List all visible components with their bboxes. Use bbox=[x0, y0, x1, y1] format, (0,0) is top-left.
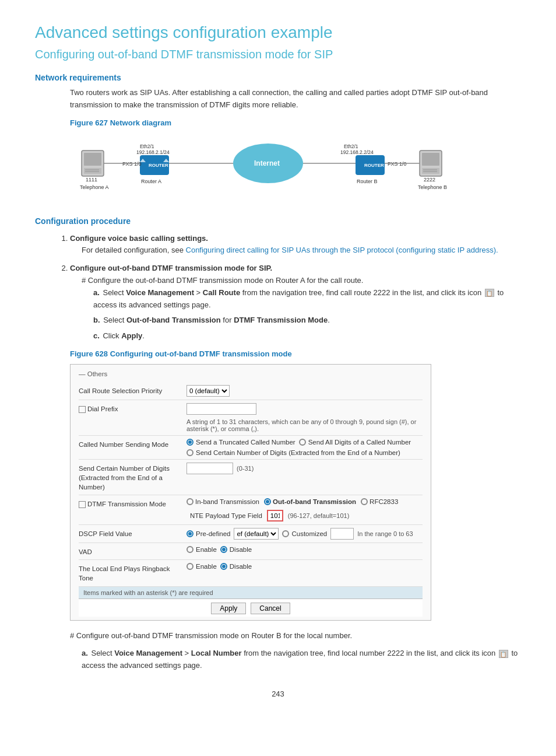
field-dtmf: In-band Transmission Out-of-band Transmi… bbox=[186, 498, 423, 522]
svg-text:Eth2/1: Eth2/1 bbox=[140, 144, 154, 149]
apply-button[interactable]: Apply bbox=[211, 603, 246, 614]
svg-rect-28 bbox=[422, 153, 439, 166]
svg-rect-1 bbox=[84, 153, 101, 166]
input-nte-payload[interactable] bbox=[267, 510, 283, 522]
cancel-button[interactable]: Cancel bbox=[251, 603, 290, 614]
checkbox-dtmf[interactable] bbox=[79, 501, 86, 508]
select-call-route-priority[interactable]: 0 (default) bbox=[186, 385, 230, 397]
svg-text:2222: 2222 bbox=[424, 177, 435, 183]
radio-dot-ringback-disable bbox=[220, 563, 227, 570]
radio-dot-vad-enable bbox=[186, 546, 193, 553]
form-row-dtmf: DTMF Transmission Mode In-band Transmiss… bbox=[79, 495, 423, 525]
label-dtmf: DTMF Transmission Mode bbox=[79, 498, 186, 509]
step-2-comment: # Configure the out-of-band DTMF transmi… bbox=[82, 275, 521, 287]
router-b-steps-list: a. Select Voice Management > Local Numbe… bbox=[82, 648, 521, 672]
svg-text:1111: 1111 bbox=[86, 177, 97, 183]
right-phone-icon: 2222 Telephone B bbox=[418, 150, 447, 190]
radio-send-all-digits[interactable]: Send All Digits of a Called Number bbox=[299, 439, 411, 446]
step-2-detail: # Configure the out-of-band DTMF transmi… bbox=[82, 275, 521, 342]
svg-text:FXS 1/0: FXS 1/0 bbox=[122, 161, 142, 167]
form-row-dial-prefix: Dial Prefix A string of 1 to 31 characte… bbox=[79, 400, 423, 436]
nte-label: NTE Payload Type Field bbox=[190, 512, 262, 519]
page-title: Advanced settings configuration example bbox=[35, 23, 521, 42]
radio-customized[interactable]: Customized bbox=[282, 530, 327, 537]
select-dscp-ef[interactable]: ef (default) bbox=[234, 528, 279, 540]
radio-predefined[interactable]: Pre-defined bbox=[186, 530, 230, 537]
icon-placeholder-b: 📋 bbox=[499, 650, 508, 658]
radio-outofband[interactable]: Out-of-band Transmission bbox=[264, 498, 356, 505]
settings-form: — Others Call Route Selection Priority 0… bbox=[70, 364, 431, 621]
step-2: Configure out-of-band DTMF transmission … bbox=[70, 262, 521, 342]
form-row-send-certain-digits: Send Certain Number of Digits (Extracted… bbox=[79, 460, 423, 495]
radio-vad-disable[interactable]: Disable bbox=[220, 546, 252, 553]
step-2c: c. Click Apply. bbox=[93, 330, 521, 342]
radio-send-truncated[interactable]: Send a Truncated Called Number bbox=[186, 439, 295, 446]
hint-send-certain-digits: (0-31) bbox=[237, 465, 254, 472]
form-box-title: — Others bbox=[79, 370, 423, 377]
network-requirements-body: Two routers work as SIP UAs. After estab… bbox=[70, 87, 521, 111]
svg-text:Internet: Internet bbox=[254, 159, 280, 167]
label-called-number-sending: Called Number Sending Mode bbox=[79, 439, 186, 449]
step-2b: b. Select Out-of-band Transmission for D… bbox=[93, 314, 521, 327]
radio-dot-outofband bbox=[264, 498, 271, 505]
label-vad: VAD bbox=[79, 546, 186, 556]
step-1-text: Configure voice basic calling settings. bbox=[70, 234, 208, 243]
field-dial-prefix: A string of 1 to 31 characters, which ca… bbox=[186, 403, 423, 432]
step-1: Configure voice basic calling settings. … bbox=[70, 233, 521, 257]
config-heading: Configuration procedure bbox=[35, 216, 521, 226]
left-phone-icon: 1111 Telephone A bbox=[80, 150, 109, 190]
label-dscp: DSCP Field Value bbox=[79, 528, 186, 538]
radio-dot-certain bbox=[186, 449, 193, 456]
radio-dot-rfc2833 bbox=[361, 498, 368, 505]
page-number: 243 bbox=[35, 690, 521, 698]
radio-rfc2833[interactable]: RFC2833 bbox=[361, 498, 398, 505]
step-2a: a. Select Voice Management > Call Route … bbox=[93, 287, 521, 312]
hint-dial-prefix: A string of 1 to 31 characters, which ca… bbox=[186, 418, 423, 432]
radio-ringback-enable[interactable]: Enable bbox=[186, 563, 217, 570]
svg-text:Telephone B: Telephone B bbox=[418, 184, 447, 190]
radio-dot-vad-disable bbox=[220, 546, 227, 553]
radio-send-certain[interactable]: Send Certain Number of Digits (Extracted… bbox=[186, 449, 400, 456]
form-row-vad: VAD Enable Disable bbox=[79, 543, 423, 560]
input-dscp-custom[interactable] bbox=[330, 528, 354, 540]
step-1-sub-text: For detailed configuration, see bbox=[82, 246, 184, 254]
input-send-certain-digits[interactable] bbox=[186, 463, 233, 474]
form-buttons-row: Apply Cancel bbox=[79, 598, 423, 617]
figure-628-title: Figure 628 Configuring out-of-band DTMF … bbox=[70, 349, 521, 358]
network-diagram: 1111 Telephone A ROUTER Router A FXS 1/0… bbox=[70, 133, 521, 205]
config-steps-list: Configure voice basic calling settings. … bbox=[70, 233, 521, 342]
field-call-route-priority[interactable]: 0 (default) bbox=[186, 385, 423, 397]
step-2-text: Configure out-of-band DTMF transmission … bbox=[70, 264, 272, 272]
step-1-sub: For detailed configuration, see Configur… bbox=[82, 244, 521, 257]
field-called-number-sending: Send a Truncated Called Number Send All … bbox=[186, 439, 423, 456]
field-ringback: Enable Disable bbox=[186, 563, 423, 570]
hint-dscp: In the range 0 to 63 bbox=[357, 530, 413, 537]
step-2-sub-list: a. Select Voice Management > Call Route … bbox=[93, 287, 521, 342]
label-dial-prefix: Dial Prefix bbox=[79, 403, 186, 414]
radio-dot-all bbox=[299, 439, 306, 446]
right-router-icon: ROUTER FXS 1/0 Router B Eth2/1 192.168.2… bbox=[340, 144, 407, 184]
svg-text:Router B: Router B bbox=[357, 178, 378, 184]
page-subtitle: Configuring out-of-band DTMF transmissio… bbox=[35, 48, 521, 61]
radio-vad-enable[interactable]: Enable bbox=[186, 546, 217, 553]
svg-text:192.168.2.2/24: 192.168.2.2/24 bbox=[340, 149, 374, 155]
router-b-comment: # Configure out-of-band DTMF transmissio… bbox=[70, 630, 521, 642]
radio-dot-customized bbox=[282, 530, 289, 537]
svg-rect-2 bbox=[84, 168, 101, 174]
svg-text:Telephone A: Telephone A bbox=[80, 184, 109, 190]
checkbox-dial-prefix[interactable] bbox=[79, 406, 86, 413]
step-1-link[interactable]: Configuring direct calling for SIP UAs t… bbox=[186, 246, 498, 254]
label-call-route-priority: Call Route Selection Priority bbox=[79, 385, 186, 396]
radio-ringback-disable[interactable]: Disable bbox=[220, 563, 252, 570]
router-b-step-a: a. Select Voice Management > Local Numbe… bbox=[82, 648, 521, 672]
network-requirements-section: Network requirements Two routers work as… bbox=[35, 73, 521, 205]
form-row-called-number-sending: Called Number Sending Mode Send a Trunca… bbox=[79, 436, 423, 460]
input-dial-prefix[interactable] bbox=[186, 403, 256, 415]
svg-text:Router A: Router A bbox=[141, 178, 161, 184]
hint-nte: (96-127, default=101) bbox=[288, 512, 350, 519]
label-ringback: The Local End Plays Ringback Tone bbox=[79, 563, 186, 583]
svg-text:ROUTER: ROUTER bbox=[364, 163, 384, 168]
radio-inband[interactable]: In-band Transmission bbox=[186, 498, 259, 505]
left-router-icon: ROUTER Router A FXS 1/0 Eth2/1 192.168.2… bbox=[122, 144, 170, 184]
form-row-ringback: The Local End Plays Ringback Tone Enable… bbox=[79, 560, 423, 586]
